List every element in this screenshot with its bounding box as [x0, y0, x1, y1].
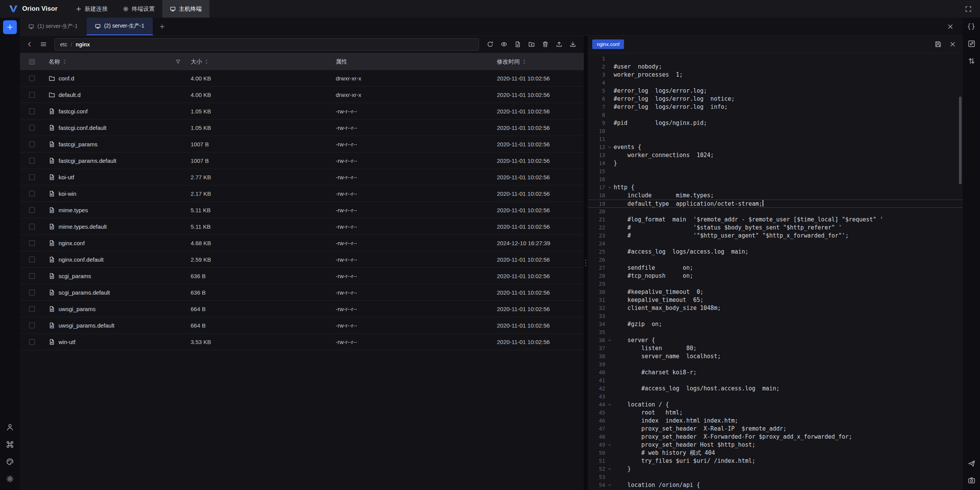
code-line[interactable]: 14}	[588, 159, 963, 167]
back-icon[interactable]	[24, 39, 35, 50]
code-line[interactable]: 2#user nobody;	[588, 63, 963, 71]
code-line[interactable]: 46 index index.html index.htm;	[588, 417, 963, 425]
table-row[interactable]: fastcgi_params.default 1007 B -rw-r--r--…	[20, 152, 584, 169]
row-checkbox[interactable]	[29, 125, 35, 131]
code-line[interactable]: 41	[588, 377, 963, 385]
delete-icon[interactable]	[539, 39, 551, 50]
code-line[interactable]: 1	[588, 55, 963, 63]
tab-server-1[interactable]: (1) server-生产-1	[20, 18, 87, 35]
code-line[interactable]: 16	[588, 175, 963, 184]
table-row[interactable]: scgi_params 636 B -rw-r--r-- 2020-11-01 …	[20, 268, 584, 284]
code-line[interactable]: 53	[588, 473, 963, 481]
user-icon[interactable]	[6, 423, 14, 431]
new-connection-button[interactable]	[3, 20, 17, 34]
preview-icon[interactable]	[498, 39, 510, 50]
row-checkbox[interactable]	[29, 306, 35, 312]
code-line[interactable]: 52 }	[588, 465, 963, 473]
fold-icon[interactable]	[605, 336, 614, 344]
close-editor-icon[interactable]	[947, 39, 958, 50]
theme-icon[interactable]	[6, 457, 14, 466]
path-segment-current[interactable]: nginx	[76, 41, 90, 48]
refresh-icon[interactable]	[484, 39, 496, 50]
row-checkbox[interactable]	[29, 92, 35, 98]
table-row[interactable]: win-utf 3.53 KB -rw-r--r-- 2020-11-01 10…	[20, 334, 584, 350]
code-line[interactable]: 18 include mime.types;	[588, 192, 963, 200]
row-checkbox[interactable]	[29, 174, 35, 180]
code-line[interactable]: 33	[588, 312, 963, 320]
code-line[interactable]: 9#pid logs/nginx.pid;	[588, 119, 963, 127]
send-icon[interactable]	[967, 459, 976, 468]
code-line[interactable]: 25 #access_log logs/access.log main;	[588, 248, 963, 256]
row-checkbox[interactable]	[29, 108, 35, 114]
menu-new-connection[interactable]: 新建连接	[68, 0, 115, 18]
code-line[interactable]: 37 listen 80;	[588, 344, 963, 352]
table-row[interactable]: mime.types.default 5.11 KB -rw-r--r-- 20…	[20, 218, 584, 235]
code-line[interactable]: 3worker_processes 1;	[588, 71, 963, 79]
editor-scrollbar[interactable]	[959, 97, 962, 184]
code-line[interactable]: 24	[588, 240, 963, 248]
code-line[interactable]: 50 # web history 模式 404	[588, 449, 963, 457]
code-line[interactable]: 17http {	[588, 184, 963, 192]
fold-icon[interactable]	[605, 401, 614, 409]
row-checkbox[interactable]	[29, 257, 35, 262]
row-checkbox[interactable]	[29, 290, 35, 295]
path-segment[interactable]: etc	[60, 41, 67, 48]
code-line[interactable]: 20	[588, 208, 963, 216]
row-checkbox[interactable]	[29, 75, 35, 81]
sort-icon[interactable]	[63, 59, 66, 64]
code-line[interactable]: 8	[588, 111, 963, 119]
code-line[interactable]: 45 root html;	[588, 409, 963, 417]
table-row[interactable]: default.d 4.00 KB drwxr-xr-x 2020-11-01 …	[20, 87, 584, 103]
column-mtime[interactable]: 修改时间	[497, 58, 584, 66]
code-line[interactable]: 43	[588, 393, 963, 401]
fold-icon[interactable]	[605, 481, 614, 489]
row-checkbox[interactable]	[29, 323, 35, 328]
code-line[interactable]: 5#error_log logs/error.log;	[588, 87, 963, 95]
filter-icon[interactable]	[175, 59, 181, 64]
code-area[interactable]: 12#user nobody;3worker_processes 1;45#er…	[588, 55, 963, 489]
code-braces-icon[interactable]: {}	[967, 22, 976, 31]
row-checkbox[interactable]	[29, 273, 35, 279]
download-icon[interactable]	[567, 39, 578, 50]
command-palette-icon[interactable]	[6, 440, 14, 449]
open-file-tab[interactable]: nginx.conf	[592, 39, 624, 49]
path-breadcrumb[interactable]: etc / nginx	[54, 38, 479, 51]
select-all-checkbox[interactable]	[29, 59, 35, 65]
menu-host-terminal[interactable]: 主机终端	[162, 0, 209, 18]
edit-panel-icon[interactable]	[967, 39, 976, 48]
screenshot-icon[interactable]	[967, 476, 976, 485]
table-row[interactable]: koi-win 2.17 KB -rw-r--r-- 2020-11-01 10…	[20, 185, 584, 202]
settings-gear-icon[interactable]	[6, 475, 14, 483]
code-line[interactable]: 49 proxy_set_header Host $http_host;	[588, 441, 963, 449]
new-file-icon[interactable]	[512, 39, 523, 50]
list-view-icon[interactable]	[38, 39, 49, 50]
code-line[interactable]: 29	[588, 280, 963, 288]
code-line[interactable]: 21 #log_format main '$remote_addr - $rem…	[588, 216, 963, 224]
table-row[interactable]: nginx.conf 4.68 KB -rw-r--r-- 2024-12-10…	[20, 235, 584, 251]
fold-icon[interactable]	[605, 184, 614, 192]
code-line[interactable]: 13 worker_connections 1024;	[588, 151, 963, 159]
code-line[interactable]: 27 sendfile on;	[588, 264, 963, 272]
code-line[interactable]: 40 #charset koi8-r;	[588, 369, 963, 377]
code-line[interactable]: 31 keepalive_timeout 65;	[588, 296, 963, 304]
code-line[interactable]: 36 server {	[588, 336, 963, 344]
row-checkbox[interactable]	[29, 191, 35, 197]
table-row[interactable]: mime.types 5.11 KB -rw-r--r-- 2020-11-01…	[20, 202, 584, 218]
table-row[interactable]: uwsgi_params.default 664 B -rw-r--r-- 20…	[20, 317, 584, 334]
brand[interactable]: Orion Visor	[0, 0, 68, 18]
code-line[interactable]: 48 proxy_set_header X-Forwarded-For $pro…	[588, 433, 963, 441]
column-name-sorter[interactable]: 名称	[49, 58, 66, 66]
close-icon[interactable]	[944, 21, 956, 32]
fullscreen-icon[interactable]	[962, 3, 974, 15]
panel-splitter[interactable]	[584, 36, 588, 490]
code-line[interactable]: 34 #gzip on;	[588, 320, 963, 328]
save-icon[interactable]	[932, 39, 944, 50]
code-line[interactable]: 35	[588, 328, 963, 336]
code-line[interactable]: 12events {	[588, 143, 963, 151]
code-line[interactable]: 7#error_log logs/error.log info;	[588, 103, 963, 111]
column-size[interactable]: 大小	[191, 58, 336, 66]
table-row[interactable]: scgi_params.default 636 B -rw-r--r-- 202…	[20, 284, 584, 301]
code-line[interactable]: 32 client_max_body_size 1048m;	[588, 304, 963, 312]
sort-icon[interactable]	[523, 59, 526, 64]
code-line[interactable]: 47 proxy_set_header X-Real-IP $remote_ad…	[588, 425, 963, 433]
